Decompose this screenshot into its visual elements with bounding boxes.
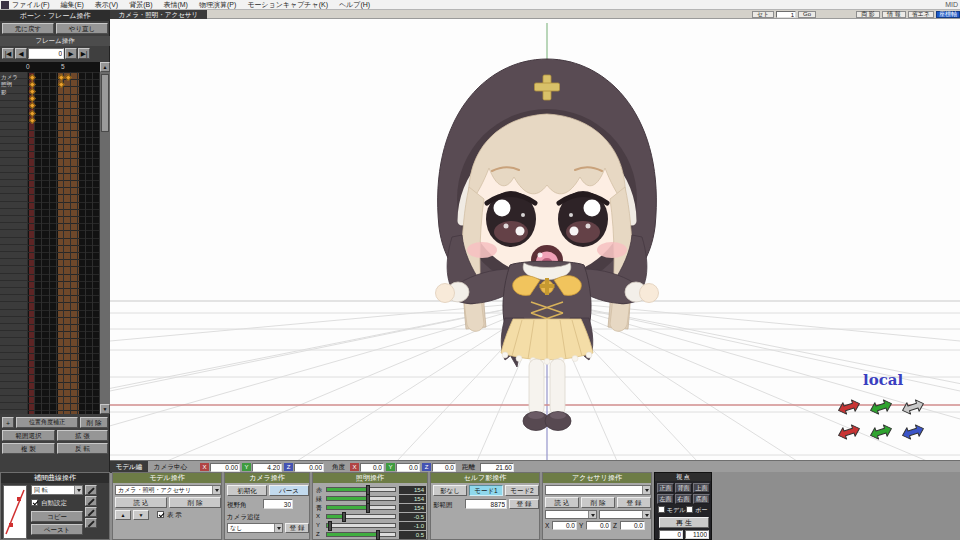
viewport-3d[interactable]: local <box>110 19 960 460</box>
frame-go-button[interactable]: Go <box>798 11 816 18</box>
frame-number-input[interactable] <box>28 48 64 59</box>
view-top-button[interactable]: 上面 <box>693 483 710 493</box>
axis-icon-z-rotate[interactable] <box>901 423 926 441</box>
angle-y-chip[interactable]: Y <box>386 463 395 471</box>
accessory-z-input[interactable] <box>620 521 645 530</box>
model-load-button[interactable]: 読 込 <box>115 497 167 508</box>
expand-button[interactable]: 拡 張 <box>57 430 108 441</box>
timeline-row-shadow[interactable]: 影 <box>1 89 7 96</box>
frame-set-button[interactable]: セト <box>752 11 774 18</box>
menu-file[interactable]: ファイル(F) <box>12 0 50 9</box>
info-toggle-button[interactable]: 情 報 <box>882 11 906 18</box>
axis-icon-z-move[interactable] <box>901 398 926 416</box>
redo-button[interactable]: やり直し <box>56 23 108 34</box>
shadow-register-button[interactable]: 登 録 <box>509 499 539 509</box>
accessory-y-input[interactable] <box>586 521 611 530</box>
view-front-button[interactable]: 正面 <box>657 483 674 493</box>
view-back-button[interactable]: 背面 <box>675 483 692 493</box>
interpolation-graph[interactable] <box>3 485 27 539</box>
shadow-toggle-button[interactable]: 両 影 <box>856 11 880 18</box>
interp-preset-ease-out[interactable] <box>85 507 97 517</box>
angle-x-input[interactable] <box>360 463 384 472</box>
shadow-mode2-button[interactable]: モード2 <box>505 485 539 496</box>
light-y-slider[interactable] <box>326 523 396 528</box>
distance-input[interactable] <box>480 463 514 472</box>
scrollbar-thumb[interactable] <box>101 74 109 132</box>
camera-center-x-input[interactable] <box>210 463 240 472</box>
view-left-button[interactable]: 左面 <box>657 494 674 504</box>
angle-y-input[interactable] <box>396 463 420 472</box>
light-z-slider[interactable] <box>326 532 396 537</box>
perspective-toggle-button[interactable]: パース <box>269 485 309 496</box>
duplicate-button[interactable]: 複 製 <box>2 443 55 454</box>
interp-paste-button[interactable]: ペースト <box>31 524 83 535</box>
interp-preset-ease-in[interactable] <box>85 496 97 506</box>
model-select[interactable]: カメラ・照明・アクセサリ <box>115 485 221 495</box>
view-bone-checkbox[interactable] <box>686 506 693 513</box>
menu-mocap[interactable]: モーションキャプチャ(K) <box>247 0 328 9</box>
slider-thumb[interactable] <box>376 530 380 540</box>
frame-jump-input[interactable] <box>776 11 796 18</box>
interp-copy-button[interactable]: コピー <box>31 511 83 522</box>
menu-facial[interactable]: 表情(M) <box>163 0 188 9</box>
accessory-parent-bone-select[interactable] <box>599 510 651 519</box>
camera-center-y-input[interactable] <box>252 463 282 472</box>
camera-init-button[interactable]: 初期化 <box>227 485 267 496</box>
light-g-slider[interactable] <box>326 496 396 501</box>
menu-help[interactable]: ヘルプ(H) <box>339 0 370 9</box>
y-axis-chip[interactable]: Y <box>242 463 251 471</box>
z-axis-chip[interactable]: Z <box>284 463 293 471</box>
scroll-up-button[interactable]: ▲ <box>100 62 110 72</box>
timeline-row-camera[interactable]: カメラ <box>1 74 18 81</box>
add-keyframe-button[interactable]: ＋ <box>2 417 14 428</box>
model-show-checkbox[interactable] <box>157 511 164 518</box>
view-right-button[interactable]: 右面 <box>675 494 692 504</box>
flip-button[interactable]: 反 転 <box>57 443 108 454</box>
camera-follow-select[interactable]: なし <box>227 523 283 533</box>
axis-toggle-button[interactable]: 座標軸 <box>936 11 960 18</box>
view-bottom-button[interactable]: 底面 <box>693 494 710 504</box>
camera-register-button[interactable]: 登 録 <box>285 523 309 533</box>
interp-preset-s-curve[interactable] <box>85 518 97 528</box>
shadow-range-input[interactable] <box>465 499 507 509</box>
light-x-slider[interactable] <box>326 514 396 519</box>
light-r-slider[interactable] <box>326 487 396 492</box>
menu-physics[interactable]: 物理演算(P) <box>199 0 236 9</box>
play-start-input[interactable] <box>659 530 683 539</box>
fov-input[interactable] <box>263 499 293 509</box>
edit-target-tab[interactable]: カメラ・照明・アクセサリ <box>110 10 207 19</box>
frame-prev-button[interactable]: ◀ <box>15 48 27 59</box>
shadow-mode1-button[interactable]: モード1 <box>469 485 503 496</box>
undo-button[interactable]: 元に戻す <box>2 23 54 34</box>
play-end-input[interactable] <box>685 530 709 539</box>
auto-set-checkbox[interactable] <box>31 499 38 506</box>
draw-order-down-button[interactable]: ▼ <box>133 510 149 520</box>
accessory-x-input[interactable] <box>552 521 577 530</box>
light-b-slider[interactable] <box>326 505 396 510</box>
interp-preset-linear[interactable] <box>85 485 97 495</box>
scroll-down-button[interactable]: ▼ <box>100 404 110 414</box>
keyframe-timeline[interactable]: 0 5 カメラ 照明 影 <box>0 62 100 414</box>
accessory-parent-model-select[interactable] <box>545 510 597 519</box>
draw-order-up-button[interactable]: ▲ <box>115 510 131 520</box>
frame-next-button[interactable]: ▶ <box>65 48 77 59</box>
interp-target-select[interactable]: 回 転 <box>31 485 83 495</box>
camera-center-z-input[interactable] <box>294 463 324 472</box>
viewport-canvas[interactable] <box>110 19 960 460</box>
frame-first-button[interactable]: |◀ <box>2 48 14 59</box>
angle-x-chip[interactable]: X <box>350 463 359 471</box>
pos-angle-correct-button[interactable]: 位置角度補正 <box>16 417 78 428</box>
view-model-checkbox[interactable] <box>658 506 665 513</box>
axis-icon-x-move[interactable] <box>837 398 862 416</box>
delete-keyframe-button[interactable]: 削 除 <box>80 417 108 428</box>
accessory-register-button[interactable]: 登 録 <box>617 497 651 508</box>
axis-icon-x-rotate[interactable] <box>837 423 862 441</box>
timeline-scrollbar[interactable]: ▲ ▼ <box>100 62 110 414</box>
frame-last-button[interactable]: ▶| <box>78 48 90 59</box>
menu-background[interactable]: 背景(B) <box>129 0 152 9</box>
accessory-load-button[interactable]: 読 込 <box>545 497 579 508</box>
menu-view[interactable]: 表示(V) <box>95 0 118 9</box>
axis-manipulators[interactable] <box>837 398 926 441</box>
model-delete-button[interactable]: 削 除 <box>169 497 221 508</box>
range-select-button[interactable]: 範囲選択 <box>2 430 55 441</box>
